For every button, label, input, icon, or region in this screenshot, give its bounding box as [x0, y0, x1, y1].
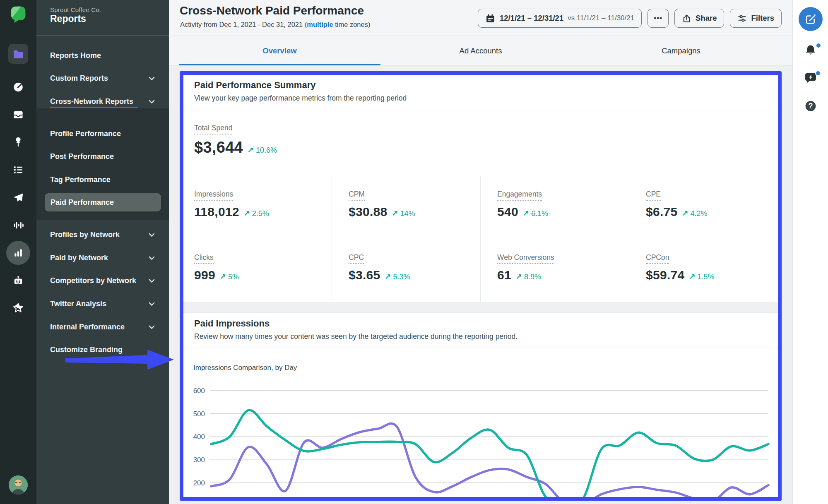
tab-campaigns[interactable]: Campaigns — [581, 36, 781, 65]
metric-delta: ↗8.9% — [515, 272, 541, 281]
sidebar-item-paid-by-network[interactable]: Paid by Network — [36, 247, 169, 269]
metric-label[interactable]: CPE — [646, 190, 661, 201]
reports-active-rail-item[interactable] — [6, 241, 30, 265]
metric-tile-impressions[interactable]: Impressions 118,012 ↗2.5% — [183, 176, 332, 239]
filters-label: Filters — [751, 14, 774, 23]
sidebar-item-profiles-by-network[interactable]: Profiles by Network — [36, 223, 169, 246]
chevron-down-icon — [149, 323, 155, 331]
sidebar-divider — [36, 220, 169, 220]
metric-delta-value: 2.5% — [252, 209, 269, 218]
paid-impressions-subtitle: Review how many times your content was s… — [194, 332, 518, 341]
notifications-button[interactable] — [804, 44, 817, 58]
compose-icon — [805, 13, 816, 25]
filters-button[interactable]: Filters — [730, 9, 782, 28]
metric-tile-cpc[interactable]: CPC $3.65 ↗5.3% — [332, 239, 481, 302]
bar-chart-icon — [12, 247, 24, 259]
waveform-rail-item[interactable] — [13, 220, 24, 231]
chevron-down-icon — [149, 74, 155, 83]
metric-label[interactable]: CPCon — [646, 253, 669, 264]
inbox-rail-item[interactable] — [13, 109, 24, 120]
user-avatar[interactable] — [9, 475, 28, 494]
metric-label[interactable]: Total Spend — [194, 124, 232, 134]
star-rail-item[interactable] — [13, 302, 24, 314]
sidebar-item-label: Profiles by Network — [50, 230, 120, 239]
header-actions: 12/1/21 – 12/31/21 vs 11/1/21 – 11/30/21… — [478, 9, 782, 28]
sidebar-item-competitors-by-network[interactable]: Competitors by Network — [36, 269, 169, 292]
sprout-logo-icon[interactable] — [9, 5, 27, 23]
paper-plane-rail-item[interactable] — [13, 192, 24, 203]
metric-tile-total-spend[interactable]: Total Spend $3,644 ↗10.6% — [194, 124, 277, 156]
share-icon — [682, 14, 691, 23]
metric-tile-engagements[interactable]: Engagements 540 ↗6.1% — [481, 176, 629, 239]
metric-label[interactable]: CPC — [349, 253, 364, 264]
robot-rail-item[interactable] — [13, 275, 24, 286]
multiple-timezones-link[interactable]: multiple — [307, 21, 333, 28]
active-tab-underline — [179, 64, 380, 65]
sidebar-item-twitter-analysis[interactable]: Twitter Analysis — [36, 293, 169, 315]
sidebar-item-paid-performance-selected[interactable]: Paid Performance — [45, 193, 161, 211]
question-mark-icon: ? — [804, 100, 817, 113]
gauge-rail-item[interactable] — [13, 82, 24, 93]
y-axis-tick-label: 400 — [193, 433, 205, 441]
summary-section-subtitle: View your key page performance metrics f… — [194, 94, 407, 103]
metric-label[interactable]: Impressions — [194, 190, 233, 201]
paper-plane-icon — [13, 192, 24, 203]
metric-delta-value: 1.5% — [697, 273, 714, 281]
app-window: Sprout Coffee Co. Reports Reports Home C… — [0, 0, 828, 504]
metric-label[interactable]: Engagements — [497, 190, 542, 201]
metric-delta: ↗5% — [219, 272, 239, 281]
trend-up-arrow-icon: ↗ — [689, 272, 696, 281]
metric-label[interactable]: Clicks — [194, 253, 214, 264]
tab-overview[interactable]: Overview — [179, 36, 380, 65]
share-label: Share — [696, 14, 717, 23]
metric-value: 540 — [497, 205, 518, 219]
metric-tile-cpm[interactable]: CPM $30.88 ↗14% — [332, 176, 481, 239]
chevron-down-icon — [149, 276, 155, 285]
metric-label[interactable]: Web Conversions — [497, 253, 554, 264]
share-button[interactable]: Share — [674, 9, 724, 28]
more-options-button[interactable]: ••• — [647, 9, 669, 28]
help-button[interactable]: ? — [804, 100, 817, 114]
sidebar-item-cross-network-reports[interactable]: Cross-Network Reports — [36, 90, 169, 113]
date-range-label: 12/1/21 – 12/31/21 — [500, 14, 563, 23]
sidebar-item-label: Paid by Network — [50, 254, 108, 262]
metric-tile-web-conversions[interactable]: Web Conversions 61 ↗8.9% — [481, 239, 629, 302]
page-header: Cross-Network Paid Performance Activity … — [169, 0, 792, 36]
annotation-arrow-icon — [65, 348, 176, 371]
sidebar-item-label: Profile Performance — [50, 130, 121, 138]
metric-delta-value: 6.1% — [531, 209, 548, 218]
metric-value: 61 — [497, 268, 511, 282]
sidebar-item-internal-performance[interactable]: Internal Performance — [36, 316, 169, 338]
sidebar-item-label: Internal Performance — [50, 323, 125, 331]
sidebar-item-profile-performance[interactable]: Profile Performance — [36, 122, 169, 145]
metric-tile-clicks[interactable]: Clicks 999 ↗5% — [183, 239, 332, 302]
folder-icon — [13, 48, 24, 60]
waveform-icon — [13, 220, 24, 231]
chevron-down-icon — [149, 254, 155, 262]
sidebar-item-custom-reports[interactable]: Custom Reports — [36, 67, 169, 89]
sidebar-item-post-performance[interactable]: Post Performance — [36, 145, 169, 168]
metric-delta-value: 10.6% — [256, 146, 277, 155]
metric-delta: ↗2.5% — [243, 209, 269, 218]
sidebar-item-tag-performance[interactable]: Tag Performance — [36, 168, 169, 191]
chart-line-purple — [211, 423, 768, 497]
tab-ad-accounts[interactable]: Ad Accounts — [380, 36, 581, 65]
metric-tile-cpe[interactable]: CPE $6.75 ↗4.2% — [629, 176, 778, 239]
report-tabbar: Overview Ad Accounts Campaigns — [169, 36, 792, 65]
app-icon-rail — [0, 0, 36, 504]
metric-delta: ↗6.1% — [522, 209, 548, 218]
metric-delta: ↗4.2% — [682, 209, 708, 218]
reports-folder-rail-item[interactable] — [8, 44, 28, 64]
list-rail-item[interactable] — [13, 164, 24, 175]
ellipsis-icon: ••• — [654, 14, 662, 22]
metric-label[interactable]: CPM — [349, 190, 365, 201]
sidebar-item-reports-home[interactable]: Reports Home — [36, 44, 169, 67]
metric-tile-cpcon[interactable]: CPCon $59.74 ↗1.5% — [629, 239, 778, 302]
compose-button[interactable] — [799, 7, 823, 31]
sidebar-item-label: Reports Home — [50, 51, 101, 60]
svg-text:?: ? — [808, 102, 813, 110]
sidebar-item-label: Competitors by Network — [50, 276, 136, 285]
metric-delta: ↗5.3% — [385, 272, 410, 281]
date-range-button[interactable]: 12/1/21 – 12/31/21 vs 11/1/21 – 11/30/21 — [478, 9, 642, 28]
pin-rail-item[interactable] — [13, 137, 24, 147]
